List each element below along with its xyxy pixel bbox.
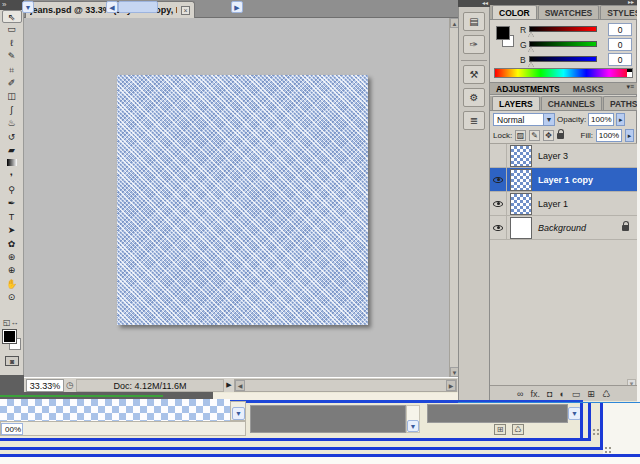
tab-channels[interactable]: CHANNELS (541, 96, 602, 110)
dodge-tool[interactable]: ⚲ (2, 184, 22, 197)
swap-colors-icon[interactable]: ◱↔ (3, 318, 21, 327)
history-brush-tool[interactable]: ↺ (2, 131, 22, 144)
g-value-field[interactable]: 0 (608, 38, 632, 51)
scroll-right-icon[interactable]: ▶ (446, 380, 456, 391)
new-group-icon[interactable]: ▭ (572, 387, 581, 401)
scrollbar-thumb[interactable] (118, 1, 158, 13)
dock-panel-tool-presets[interactable]: ⚒ (463, 65, 485, 84)
panels-collapse-bar[interactable]: ▸▸ (490, 0, 637, 5)
color-spectrum-ramp[interactable] (494, 68, 633, 78)
fill-arrow-icon[interactable]: ▸ (625, 129, 634, 142)
document-horizontal-scrollbar[interactable]: ◀ ▶ (234, 379, 457, 392)
brush-tool[interactable]: ʃ (2, 104, 22, 117)
slider-thumb-icon[interactable] (528, 32, 534, 37)
hand-tool[interactable]: ✋ (2, 278, 22, 291)
resize-grip-icon[interactable] (604, 446, 612, 454)
eyedropper-tool[interactable]: ✐ (2, 77, 22, 90)
visibility-toggle[interactable] (490, 144, 507, 168)
path-selection-tool[interactable]: ➤ (2, 224, 22, 237)
custom-shape-tool[interactable]: ✿ (2, 238, 22, 251)
chevron-down-icon[interactable]: ▼ (22, 1, 34, 13)
tab-masks[interactable]: MASKS (567, 84, 610, 94)
tab-swatches[interactable]: SWATCHES (538, 5, 600, 19)
layer-row-layer-1[interactable]: Layer 1 (490, 192, 637, 216)
panel-menu-icon[interactable]: ▾≡ (626, 83, 634, 91)
tab-layers[interactable]: LAYERS (492, 96, 540, 110)
lock-transparency-icon[interactable]: ▨ (515, 130, 526, 141)
tab-adjustments[interactable]: ADJUSTMENTS (490, 84, 566, 94)
link-layers-icon[interactable]: ∞ (517, 387, 523, 401)
tab-color[interactable]: COLOR (492, 5, 537, 19)
rectangular-marquee-tool[interactable]: ▭ (2, 23, 22, 36)
dock-panel-layer-comps[interactable]: ≣ (463, 111, 485, 130)
visibility-toggle[interactable] (490, 216, 507, 240)
delete-layer-icon[interactable]: ♺ (602, 387, 610, 401)
zoom-level-field[interactable]: 33.33% (26, 379, 64, 392)
gradient-tool[interactable] (2, 157, 22, 170)
dock-panel-histogram[interactable]: ▤ (463, 12, 485, 31)
chevron-down-icon[interactable]: ▼ (407, 420, 419, 432)
slider-thumb-icon[interactable] (528, 62, 534, 67)
dock-panel-brushes[interactable]: ✑ (463, 35, 485, 54)
denim-document-canvas[interactable] (117, 75, 368, 325)
drive-status-icon[interactable]: ◷ (64, 380, 76, 390)
dock-collapse-bar[interactable]: ◂◂ (458, 0, 490, 7)
document-vertical-scrollbar[interactable]: ▲ ▼ (449, 18, 458, 377)
resize-grip-icon[interactable] (592, 428, 600, 436)
foreground-color-swatch[interactable] (3, 330, 16, 343)
add-layer-mask-icon[interactable]: ◘ (547, 387, 552, 401)
layer-thumbnail[interactable] (510, 217, 532, 239)
lasso-tool[interactable]: ℓ (2, 37, 22, 50)
scroll-left-icon[interactable]: ◀ (235, 380, 245, 391)
eraser-tool[interactable]: ▰ (2, 144, 22, 157)
new-layer-icon[interactable]: ⊞ (587, 387, 595, 401)
behind-document-transparency-checker[interactable] (0, 399, 230, 421)
g-channel-slider[interactable] (529, 41, 597, 47)
r-value-field[interactable]: 0 (608, 23, 632, 36)
scroll-left-icon[interactable]: ◀ (106, 1, 118, 13)
close-tab-icon[interactable]: × (181, 6, 190, 15)
clone-stamp-tool[interactable]: ♨ (2, 117, 22, 130)
layer-row-layer-3[interactable]: Layer 3 (490, 144, 637, 168)
quick-mask-button[interactable]: ◙ (5, 356, 19, 366)
r-channel-slider[interactable] (529, 26, 597, 32)
scroll-right-icon[interactable]: ▶ (231, 1, 243, 13)
new-adjustment-layer-icon[interactable]: ◐ (559, 387, 564, 401)
visibility-toggle[interactable] (490, 168, 507, 192)
lock-all-icon[interactable] (557, 133, 564, 139)
opacity-arrow-icon[interactable]: ▸ (616, 113, 625, 126)
blur-tool[interactable]: ❜ (2, 171, 22, 184)
b-value-field[interactable]: 0 (608, 53, 632, 66)
dock-panel-settings[interactable]: ⚙ (463, 88, 485, 107)
behind-horizontal-scrollbar[interactable]: 00% (0, 421, 246, 436)
layer-row-layer-1-copy[interactable]: Layer 1 copy (490, 168, 637, 192)
layer-thumbnail[interactable] (510, 193, 532, 215)
zoom-tool[interactable]: ⊙ (2, 291, 22, 304)
lock-pixels-icon[interactable]: ✎ (529, 130, 540, 141)
layer-thumbnail[interactable] (510, 169, 532, 191)
slider-thumb-icon[interactable] (528, 47, 534, 52)
layer-thumbnail[interactable] (510, 145, 532, 167)
visibility-toggle[interactable] (490, 192, 507, 216)
layer-row-background[interactable]: Background (490, 216, 637, 240)
b-channel-slider[interactable] (529, 56, 597, 62)
status-flyout-icon[interactable]: ▶ (224, 381, 234, 389)
fill-field[interactable]: 100% (596, 129, 622, 142)
opacity-field[interactable]: 100% (588, 113, 614, 126)
new-layer-icon[interactable]: ⊞ (494, 424, 506, 435)
spectrum-white-swatch[interactable] (627, 72, 632, 77)
blend-mode-select[interactable]: Normal▼ (493, 113, 555, 126)
lock-position-icon[interactable]: ✥ (543, 130, 554, 141)
toolbox-collapse-bar[interactable]: » (0, 0, 24, 10)
trash-icon[interactable]: ♺ (512, 424, 524, 435)
layer-style-icon[interactable]: fx. (530, 387, 540, 401)
tab-styles[interactable]: STYLES (600, 5, 640, 19)
healing-brush-tool[interactable]: ◫ (2, 90, 22, 103)
type-tool[interactable]: T (2, 211, 22, 224)
move-tool[interactable]: ⇖ (2, 10, 22, 23)
quick-selection-tool[interactable]: ✎ (2, 50, 22, 63)
pen-tool[interactable]: ✒ (2, 197, 22, 210)
rotate-3d-tool[interactable]: ⊛ (2, 251, 22, 264)
scroll-down-icon[interactable]: ▼ (232, 407, 245, 420)
behind-zoom-field[interactable]: 00% (1, 423, 23, 435)
